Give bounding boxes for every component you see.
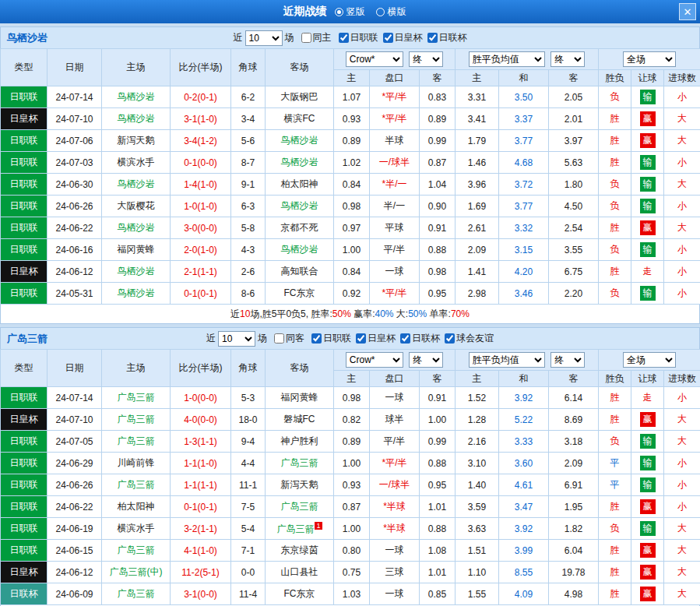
home-team-link[interactable]: 广岛三箭 (102, 387, 171, 409)
away-team-link[interactable]: 神户胜利 (266, 431, 334, 453)
layout-horizontal-radio[interactable]: 横版 (376, 5, 406, 19)
away-team-link[interactable]: 福冈黄蜂 (266, 387, 334, 409)
home-team-link[interactable]: 鸟栖沙岩 (102, 261, 171, 283)
same-venue-input[interactable] (301, 33, 311, 43)
home-team-link[interactable]: 广岛三箭 (102, 583, 171, 605)
away-team-link[interactable]: 京都不死 (266, 217, 334, 239)
away-team-link[interactable]: 磐城FC (266, 409, 334, 431)
home-team-link[interactable]: 鸟栖沙岩 (102, 217, 171, 239)
home-team-link[interactable]: 广岛三箭 (102, 540, 171, 562)
home-team-link[interactable]: 柏太阳神 (102, 496, 171, 518)
same-venue-checkbox[interactable]: 同客 (274, 332, 304, 345)
handicap-result: 输 (631, 283, 664, 305)
home-team-link[interactable]: 川崎前锋 (102, 453, 171, 474)
home-team-link[interactable]: 鸟栖沙岩 (102, 108, 171, 130)
avg-away-odds: 6.14 (549, 387, 599, 409)
same-venue-checkbox[interactable]: 同主 (301, 31, 332, 44)
home-team-link[interactable]: 广岛三箭 (102, 409, 171, 431)
away-team-link[interactable]: 鸟栖沙岩 (266, 152, 334, 174)
col-header-goals: 进球数 (664, 371, 700, 387)
match-scope-select[interactable]: 全场 (623, 51, 676, 67)
same-venue-input[interactable] (274, 333, 284, 344)
away-team-link[interactable]: FC东京 (266, 583, 334, 605)
home-odds: 0.89 (334, 431, 370, 453)
league-filter-checkbox[interactable]: 日联杯 (400, 332, 440, 345)
match-row: 日职联24-06-22柏太阳神0-1(0-1)7-5广岛三箭0.87*半球1.0… (1, 496, 700, 518)
away-team-link[interactable]: 鸟栖沙岩 (266, 239, 334, 261)
handicap-line: *半球 (370, 496, 420, 518)
league-filter-input[interactable] (356, 333, 366, 344)
bookmaker-select[interactable]: Crow* (346, 352, 403, 368)
score-halftime: 0-2(0-1) (171, 86, 231, 108)
recent-count-select[interactable]: 10 (245, 30, 283, 46)
bookmaker-select[interactable]: Crow* (346, 51, 403, 67)
odds-stage-select[interactable]: 终 (409, 51, 443, 67)
match-date: 24-07-10 (47, 409, 102, 431)
team-name[interactable]: 广岛三箭 (7, 332, 47, 346)
home-team-link[interactable]: 广岛三箭(中) (102, 562, 171, 583)
home-team-link[interactable]: 鸟栖沙岩 (102, 174, 171, 196)
recent-count-select[interactable]: 10 (218, 331, 255, 347)
league-filter-input[interactable] (400, 333, 410, 344)
handicap-line: *平/半 (370, 108, 420, 130)
away-team-link[interactable]: 东京绿茵 (266, 540, 334, 562)
league-filter-input[interactable] (311, 333, 322, 344)
league-filter-checkbox[interactable]: 球会友谊 (445, 332, 494, 345)
home-team-link[interactable]: 福冈黄蜂 (102, 239, 171, 261)
home-team-link[interactable]: 广岛三箭 (102, 431, 171, 453)
away-team-link[interactable]: 大阪钢巴 (266, 86, 334, 108)
close-icon[interactable]: ✕ (679, 3, 696, 20)
avg-draw-odds: 3.77 (499, 130, 549, 152)
away-team-link[interactable]: 横滨FC (266, 108, 334, 130)
team-name[interactable]: 鸟栖沙岩 (7, 31, 47, 45)
match-row: 日职联24-06-22鸟栖沙岩3-0(0-0)5-8京都不死0.97平球0.91… (1, 217, 700, 239)
wdl-stage-select[interactable]: 终 (551, 51, 585, 67)
away-team-link[interactable]: 柏太阳神 (266, 174, 334, 196)
away-team-link[interactable]: 新泻天鹅 (266, 474, 334, 496)
league-filter-input[interactable] (427, 33, 438, 43)
away-team-link[interactable]: 广岛三箭1 (266, 518, 334, 540)
col-header-home: 主场 (102, 49, 171, 86)
league-filter-checkbox[interactable]: 日皇杯 (383, 31, 423, 44)
away-team-link[interactable]: 广岛三箭 (266, 453, 334, 474)
odds-stage-select[interactable]: 终 (409, 352, 443, 368)
section-header: 广岛三箭 近 10 场 同客 日职联日皇杯日联杯球会友谊 (0, 327, 700, 349)
col-header-result: 胜负 (599, 70, 631, 86)
away-team-link[interactable]: FC东京 (266, 283, 334, 305)
away-team-link[interactable]: 鸟栖沙岩 (266, 130, 334, 152)
match-scope-select[interactable]: 全场 (623, 352, 676, 368)
home-team-link[interactable]: 横滨水手 (102, 152, 171, 174)
away-team-link[interactable]: 山口县社 (266, 562, 334, 583)
league-filter-checkbox[interactable]: 日联杯 (427, 31, 467, 44)
home-team-link[interactable]: 广岛三箭 (102, 474, 171, 496)
wdl-stage-select[interactable]: 终 (551, 352, 585, 368)
goals-result: 大 (664, 108, 700, 130)
home-team-link[interactable]: 新泻天鹅 (102, 130, 171, 152)
league-filter-checkbox[interactable]: 日职联 (311, 332, 351, 345)
wdl-average-select[interactable]: 胜平负均值 (469, 352, 545, 368)
match-date: 24-06-22 (47, 217, 102, 239)
home-team-link[interactable]: 鸟栖沙岩 (102, 283, 171, 305)
league-filter-input[interactable] (383, 33, 393, 43)
avg-home-odds: 2.61 (456, 217, 499, 239)
home-odds: 1.00 (334, 518, 370, 540)
home-team-link[interactable]: 横滨水手 (102, 518, 171, 540)
league-filter-checkbox[interactable]: 日职联 (339, 31, 378, 44)
avg-draw-odds: 4.20 (499, 261, 549, 283)
away-team-link[interactable]: 高知联合 (266, 261, 334, 283)
home-team-link[interactable]: 鸟栖沙岩 (102, 86, 171, 108)
league-type-badge: 日职联 (1, 540, 47, 562)
match-row: 日职联24-06-19横滨水手3-2(1-1)5-4广岛三箭11.00*半球0.… (1, 518, 700, 540)
home-team-link[interactable]: 大阪樱花 (102, 196, 171, 217)
match-result: 负 (599, 431, 631, 453)
league-filter-input[interactable] (339, 33, 349, 43)
away-team-link[interactable]: 广岛三箭 (266, 496, 334, 518)
league-filter-input[interactable] (445, 333, 455, 344)
away-team-link[interactable]: 鸟栖沙岩 (266, 196, 334, 217)
layout-vertical-radio[interactable]: 竖版 (335, 5, 365, 19)
home-odds: 1.02 (334, 152, 370, 174)
corner-count: 4-4 (231, 453, 266, 474)
goals-result: 小 (664, 261, 700, 283)
wdl-average-select[interactable]: 胜平负均值 (469, 51, 545, 67)
league-filter-checkbox[interactable]: 日皇杯 (356, 332, 396, 345)
